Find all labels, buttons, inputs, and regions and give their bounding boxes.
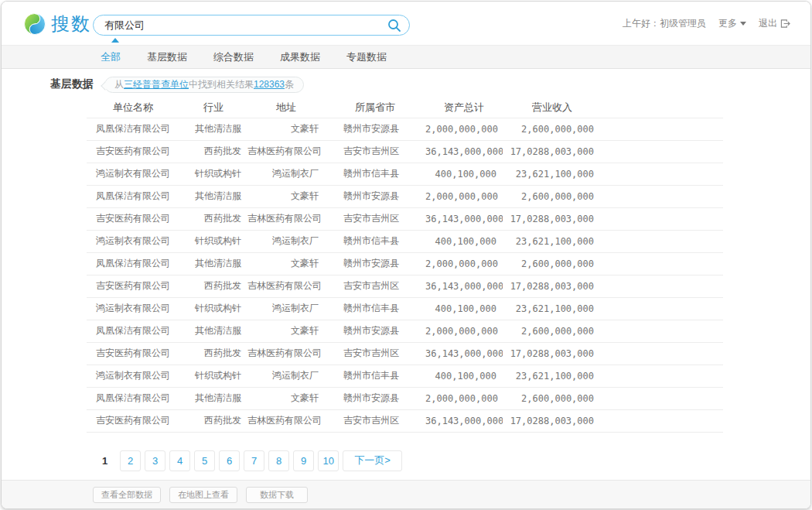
user-area: 上午好：初级管理员 更多 退出 xyxy=(623,2,790,45)
cell-c2: 西药批发 xyxy=(179,207,247,230)
table-row: 吉安医药有限公司西药批发吉林医药有限公司吉安市吉州区36,143,000,000… xyxy=(87,207,723,230)
table-row: 鸿运制衣有限公司针织或构针鸿运制衣厂赣州市信丰县400,100,00023,62… xyxy=(87,163,723,185)
search-box[interactable] xyxy=(93,15,410,36)
page-button-3[interactable]: 3 xyxy=(145,450,165,471)
table-row: 吉安医药有限公司西药批发吉林医药有限公司吉安市吉州区36,143,000,000… xyxy=(87,409,723,432)
cell-c3: 鸿运制衣厂 xyxy=(247,230,325,252)
cell-filler xyxy=(602,342,723,365)
cell-c3: 文豪轩 xyxy=(247,387,325,409)
cell-c4: 赣州市信丰县 xyxy=(325,365,425,387)
cell-c5: 400,100,000 xyxy=(425,230,503,252)
download-data-button[interactable]: 数据下载 xyxy=(246,487,308,503)
cell-c5: 2,000,000,000 xyxy=(425,185,503,207)
search-icon[interactable] xyxy=(387,19,401,33)
logout-label: 退出 xyxy=(759,17,777,30)
table-row: 吉安医药有限公司西药批发吉林医药有限公司吉安市吉州区36,143,000,000… xyxy=(87,275,723,297)
cell-c4: 赣州市安源县 xyxy=(325,118,425,140)
cell-c1: 凤凰保洁有限公司 xyxy=(87,252,179,275)
cell-filler xyxy=(602,297,723,320)
view-all-data-button[interactable]: 查看全部数据 xyxy=(93,487,161,503)
page-button-6[interactable]: 6 xyxy=(219,450,240,471)
table-row: 鸿运制衣有限公司针织或构针鸿运制衣厂赣州市信丰县400,100,00023,62… xyxy=(87,365,723,387)
cell-c1: 鸿运制衣有限公司 xyxy=(87,230,179,252)
main-content: 基层数据 从 三经普普查单位 中找到相关结果 128363 条 单位名称行业地址… xyxy=(2,76,810,471)
logout-button[interactable]: 退出 xyxy=(759,17,790,30)
source-link[interactable]: 三经普普查单位 xyxy=(124,78,189,91)
column-header: 地址 xyxy=(247,98,325,118)
cell-c2: 西药批发 xyxy=(179,275,247,297)
cell-c5: 2,000,000,000 xyxy=(425,118,503,140)
cell-c1: 凤凰保洁有限公司 xyxy=(87,118,179,140)
cell-filler xyxy=(602,409,723,432)
cell-c6: 2,600,000,000 xyxy=(503,320,602,342)
cell-c6: 17,0288,003,000 xyxy=(503,409,602,432)
cell-c2: 西药批发 xyxy=(179,140,247,163)
cell-c6: 2,600,000,000 xyxy=(503,185,602,207)
tab-chengguo[interactable]: 成果数据 xyxy=(280,50,320,64)
next-page-button[interactable]: 下一页> xyxy=(343,450,402,471)
page-button-5[interactable]: 5 xyxy=(194,450,215,471)
result-count-link[interactable]: 128363 xyxy=(254,79,285,90)
cell-c4: 赣州市信丰县 xyxy=(325,297,425,320)
cell-c2: 针织或构针 xyxy=(179,365,247,387)
cell-c1: 吉安医药有限公司 xyxy=(87,140,179,163)
tab-zonghe[interactable]: 综合数据 xyxy=(213,50,254,64)
tab-bar: 全部基层数据综合数据成果数据专题数据 xyxy=(2,45,810,69)
column-header: 资产总计 xyxy=(425,98,503,118)
view-on-map-button[interactable]: 在地图上查看 xyxy=(169,487,237,503)
column-header: 营业收入 xyxy=(503,98,602,118)
cell-c4: 吉安市吉州区 xyxy=(325,409,425,432)
cell-c2: 其他清洁服 xyxy=(179,185,247,207)
column-header: 行业 xyxy=(179,98,247,118)
cell-filler xyxy=(602,230,723,252)
cell-filler xyxy=(602,140,723,163)
cell-c2: 西药批发 xyxy=(179,409,247,432)
cell-c4: 吉安市吉州区 xyxy=(325,342,425,365)
cell-filler xyxy=(602,118,723,140)
app-window: 搜数 上午好：初级管理员 更多 退出 全部基层 xyxy=(1,1,811,509)
table-row: 鸿运制衣有限公司针织或构针鸿运制衣厂赣州市信丰县400,100,00023,62… xyxy=(87,230,723,252)
column-header: 所属省市 xyxy=(325,98,425,118)
search-input[interactable] xyxy=(104,19,383,31)
cell-c3: 文豪轩 xyxy=(247,252,325,275)
cell-c2: 针织或构针 xyxy=(179,230,247,252)
table-row: 凤凰保洁有限公司其他清洁服文豪轩赣州市安源县2,000,000,0002,600… xyxy=(87,185,723,207)
cell-c5: 400,100,000 xyxy=(425,365,503,387)
table-row: 凤凰保洁有限公司其他清洁服文豪轩赣州市安源县2,000,000,0002,600… xyxy=(87,118,723,140)
cell-c5: 2,000,000,000 xyxy=(425,320,503,342)
tab-jiceng[interactable]: 基层数据 xyxy=(147,50,187,64)
tab-zhuanti[interactable]: 专题数据 xyxy=(346,50,387,64)
cell-filler xyxy=(602,185,723,207)
cell-c6: 17,0288,003,000 xyxy=(503,342,602,365)
table-row: 凤凰保洁有限公司其他清洁服文豪轩赣州市安源县2,000,000,0002,600… xyxy=(87,320,723,342)
cell-c1: 吉安医药有限公司 xyxy=(87,275,179,297)
cell-c4: 赣州市信丰县 xyxy=(325,163,425,185)
page-button-9[interactable]: 9 xyxy=(293,450,314,471)
cell-c1: 凤凰保洁有限公司 xyxy=(87,320,179,342)
cell-c6: 23,621,100,000 xyxy=(503,230,602,252)
table-row: 鸿运制衣有限公司针织或构针鸿运制衣厂赣州市信丰县400,100,00023,62… xyxy=(87,297,723,320)
table-row: 吉安医药有限公司西药批发吉林医药有限公司吉安市吉州区36,143,000,000… xyxy=(87,342,723,365)
footer-toolbar: 查看全部数据在地图上查看数据下载 xyxy=(2,480,810,508)
result-suffix: 条 xyxy=(285,78,294,91)
greeting-text: 上午好：初级管理员 xyxy=(623,17,706,30)
page-button-8[interactable]: 8 xyxy=(268,450,289,471)
page-button-4[interactable]: 4 xyxy=(169,450,190,471)
cell-c5: 400,100,000 xyxy=(425,163,503,185)
pagination: 1 2345678910 下一页> xyxy=(102,450,810,471)
cell-c6: 2,600,000,000 xyxy=(503,252,602,275)
cell-c5: 2,000,000,000 xyxy=(425,252,503,275)
cell-c4: 赣州市安源县 xyxy=(325,387,425,409)
cell-c4: 吉安市吉州区 xyxy=(325,207,425,230)
cell-c5: 36,143,000,000 xyxy=(425,409,503,432)
cell-c5: 36,143,000,000 xyxy=(425,342,503,365)
column-header: 单位名称 xyxy=(87,98,179,118)
cell-c6: 2,600,000,000 xyxy=(503,387,602,409)
logo-icon xyxy=(23,12,46,36)
page-button-2[interactable]: 2 xyxy=(120,450,141,471)
page-button-10[interactable]: 10 xyxy=(318,450,339,471)
page-button-7[interactable]: 7 xyxy=(244,450,264,471)
cell-c3: 鸿运制衣厂 xyxy=(247,365,325,387)
more-menu[interactable]: 更多 xyxy=(718,17,746,30)
tab-all[interactable]: 全部 xyxy=(101,50,121,64)
